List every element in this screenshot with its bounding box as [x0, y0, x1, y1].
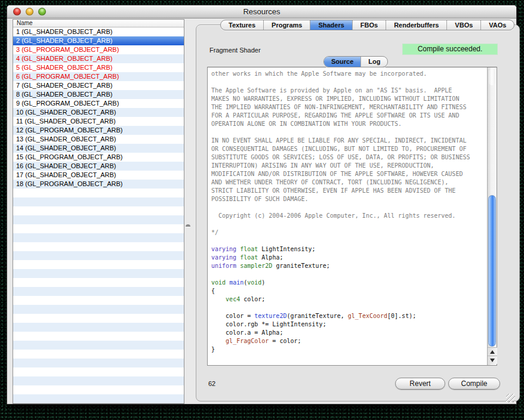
row-label: 3 (GL_PROGRAM_OBJECT_ARB) — [16, 46, 119, 53]
line-count-label: 62 — [208, 380, 215, 387]
shader-source-text[interactable]: other works in which the Apple Software … — [208, 67, 487, 365]
compile-button[interactable]: Compile — [448, 378, 500, 390]
list-item[interactable]: 5 (GL_SHADER_OBJECT_ARB) — [13, 63, 184, 72]
list-item[interactable]: 18 (GL_PROGRAM_OBJECT_ARB) — [13, 180, 184, 189]
shader-panel: Fragment Shader Compile succeeded. Sourc… — [196, 24, 520, 402]
tab-vbos[interactable]: VBOs — [447, 20, 481, 30]
list-item[interactable]: 12 (GL_PROGRAM_OBJECT_ARB) — [13, 126, 184, 135]
row-label: 9 (GL_PROGRAM_OBJECT_ARB) — [16, 100, 119, 107]
row-label: 1 (GL_SHADER_OBJECT_ARB) — [16, 28, 112, 35]
row-label: 10 (GL_SHADER_OBJECT_ARB) — [16, 109, 116, 116]
scroll-down-arrow-icon — [490, 359, 495, 362]
tab-textures[interactable]: Textures — [221, 20, 264, 30]
editor-scrollbar[interactable] — [487, 67, 497, 365]
source-log-switcher: SourceLog — [323, 56, 388, 67]
list-item[interactable]: 1 (GL_SHADER_OBJECT_ARB) — [13, 27, 184, 36]
list-item[interactable]: 10 (GL_SHADER_OBJECT_ARB) — [13, 108, 184, 117]
scroll-up-arrow-icon — [490, 350, 495, 354]
tab-shaders[interactable]: Shaders — [310, 20, 352, 30]
view-tab-source[interactable]: Source — [324, 57, 361, 67]
resize-grip[interactable] — [506, 394, 515, 403]
scroll-up-button[interactable] — [488, 347, 497, 356]
minimize-icon[interactable] — [26, 8, 33, 16]
row-label: 11 (GL_SHADER_OBJECT_ARB) — [16, 118, 116, 125]
row-label: 16 (GL_SHADER_OBJECT_ARB) — [16, 162, 116, 169]
list-item[interactable]: 8 (GL_SHADER_OBJECT_ARB) — [13, 90, 184, 99]
list-item[interactable]: 9 (GL_PROGRAM_OBJECT_ARB) — [13, 99, 184, 108]
row-label: 4 (GL_SHADER_OBJECT_ARB) — [16, 55, 112, 62]
tab-fbos[interactable]: FBOs — [353, 20, 386, 30]
list-item[interactable]: 6 (GL_PROGRAM_OBJECT_ARB) — [13, 72, 184, 81]
splitter-handle[interactable] — [186, 224, 190, 227]
row-label: 6 (GL_PROGRAM_OBJECT_ARB) — [16, 73, 119, 80]
shader-source-editor[interactable]: other works in which the Apple Software … — [207, 67, 497, 366]
list-column-header-name[interactable]: Name — [13, 20, 184, 27]
row-label: 12 (GL_PROGRAM_OBJECT_ARB) — [16, 126, 123, 134]
row-label: 15 (GL_PROGRAM_OBJECT_ARB) — [16, 153, 123, 160]
view-tab-log[interactable]: Log — [361, 57, 387, 67]
title-bar[interactable]: Resources — [7, 5, 516, 18]
window-title: Resources — [243, 7, 280, 16]
list-item[interactable]: 11 (GL_SHADER_OBJECT_ARB) — [13, 117, 184, 126]
tab-vaos[interactable]: VAOs — [481, 20, 514, 30]
zoom-icon[interactable] — [38, 8, 46, 16]
resources-window: Resources Name 1 (GL_SHADER_OBJECT_ARB) … — [7, 5, 517, 404]
revert-button[interactable]: Revert — [395, 378, 445, 390]
list-item[interactable]: 17 (GL_SHADER_OBJECT_ARB) — [13, 171, 184, 180]
row-label: 2 (GL_SHADER_OBJECT_ARB) — [16, 37, 112, 44]
close-icon[interactable] — [13, 8, 21, 16]
row-label: 5 (GL_SHADER_OBJECT_ARB) — [16, 64, 112, 71]
scroll-down-button[interactable] — [488, 356, 497, 364]
list-item[interactable]: 3 (GL_PROGRAM_OBJECT_ARB) — [13, 45, 184, 54]
resource-list-body: 1 (GL_SHADER_OBJECT_ARB) 2 (GL_SHADER_OB… — [13, 27, 184, 403]
resource-list: Name 1 (GL_SHADER_OBJECT_ARB) 2 (GL_SHAD… — [13, 19, 184, 404]
list-item[interactable]: 13 (GL_SHADER_OBJECT_ARB) — [13, 135, 184, 144]
list-item[interactable]: 15 (GL_PROGRAM_OBJECT_ARB) — [13, 153, 184, 162]
row-label: 13 (GL_SHADER_OBJECT_ARB) — [16, 135, 116, 143]
row-label: 18 (GL_PROGRAM_OBJECT_ARB) — [16, 180, 123, 187]
tab-programs[interactable]: Programs — [264, 20, 310, 30]
compile-status-badge: Compile succeeded. — [402, 44, 498, 55]
row-label: 17 (GL_SHADER_OBJECT_ARB) — [16, 171, 116, 178]
window-controls — [13, 8, 46, 16]
shader-type-label: Fragment Shader — [209, 47, 261, 54]
scrollbar-thumb[interactable] — [488, 195, 496, 347]
scrollbar-track-cap — [489, 69, 495, 85]
list-item[interactable]: 2 (GL_SHADER_OBJECT_ARB) — [13, 36, 184, 45]
list-item[interactable]: 14 (GL_SHADER_OBJECT_ARB) — [13, 144, 184, 153]
row-label: 14 (GL_SHADER_OBJECT_ARB) — [16, 144, 116, 152]
resource-tab-bar: TexturesProgramsShadersFBOsRenderbuffers… — [220, 20, 514, 30]
list-item[interactable]: 4 (GL_SHADER_OBJECT_ARB) — [13, 54, 184, 63]
row-label: 7 (GL_SHADER_OBJECT_ARB) — [16, 82, 112, 89]
list-item[interactable]: 16 (GL_SHADER_OBJECT_ARB) — [13, 162, 184, 171]
tab-renderbuffers[interactable]: Renderbuffers — [386, 20, 447, 30]
list-item[interactable]: 7 (GL_SHADER_OBJECT_ARB) — [13, 81, 184, 90]
row-label: 8 (GL_SHADER_OBJECT_ARB) — [16, 91, 112, 98]
